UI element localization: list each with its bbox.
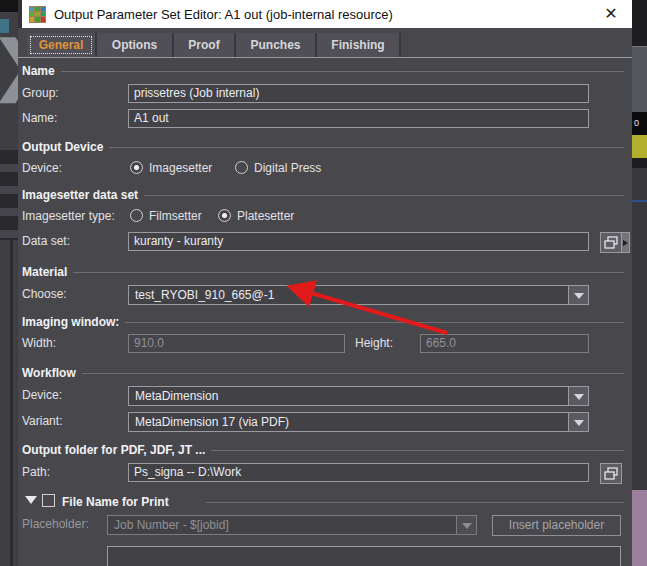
imagesetter-type-label: Imagesetter type: bbox=[22, 209, 115, 223]
section-header-output-folder: Output folder for PDF, JDF, JT ... bbox=[22, 443, 624, 457]
workflow-device-dropdown[interactable]: MetaDimension bbox=[128, 386, 589, 406]
data-set-input[interactable]: kuranty - kuranty bbox=[128, 232, 589, 251]
background-chevron-shape: ❯ bbox=[0, 28, 18, 102]
height-input: 665.0 bbox=[420, 334, 589, 353]
name-label: Name: bbox=[22, 111, 57, 125]
tab-proof[interactable]: Proof bbox=[174, 33, 236, 57]
workflow-variant-label: Variant: bbox=[22, 414, 62, 428]
path-input[interactable]: Ps_signa -- D:\Work bbox=[128, 463, 589, 482]
radio-digital-press[interactable] bbox=[235, 161, 248, 174]
radio-filmsetter-label: Filmsetter bbox=[149, 209, 202, 223]
path-label: Path: bbox=[22, 465, 50, 479]
section-header-material: Material bbox=[22, 265, 624, 279]
section-header-output-device: Output Device bbox=[22, 140, 624, 154]
workflow-variant-dropdown[interactable]: MetaDimension 17 (via PDF) bbox=[128, 412, 589, 432]
placeholder-dropdown: Job Number - $[jobid] bbox=[107, 515, 477, 535]
data-set-browse-button[interactable] bbox=[600, 232, 622, 253]
dialog-titlebar: Output Parameter Set Editor: A1 out (job… bbox=[22, 0, 632, 28]
radio-imagesetter[interactable] bbox=[130, 161, 143, 174]
section-header-imaging-window: Imaging window: bbox=[22, 315, 624, 329]
radio-platesetter[interactable] bbox=[218, 209, 231, 222]
file-name-for-print-header: File Name for Print bbox=[62, 495, 169, 509]
material-choose-dropdown[interactable]: test_RYOBI_910_665@-1 bbox=[128, 285, 589, 305]
radio-platesetter-label: Platesetter bbox=[237, 209, 294, 223]
dialog-title: Output Parameter Set Editor: A1 out (job… bbox=[54, 7, 393, 22]
tab-bar: General Options Proof Punches Finishing bbox=[27, 33, 401, 57]
browse-icon bbox=[604, 467, 618, 480]
tab-punches[interactable]: Punches bbox=[236, 33, 317, 57]
file-name-input[interactable] bbox=[107, 546, 621, 566]
close-icon[interactable]: ✕ bbox=[600, 4, 622, 24]
radio-imagesetter-label: Imagesetter bbox=[149, 161, 212, 175]
data-set-browse-arrow-button[interactable] bbox=[622, 232, 630, 253]
output-parameter-set-editor-dialog: General Options Proof Punches Finishing … bbox=[18, 28, 632, 566]
tab-general[interactable]: General bbox=[27, 33, 97, 57]
height-label: Height: bbox=[355, 336, 393, 350]
file-name-for-print-checkbox[interactable] bbox=[42, 494, 55, 507]
data-set-label: Data set: bbox=[22, 234, 70, 248]
choose-label: Choose: bbox=[22, 287, 67, 301]
width-label: Width: bbox=[22, 336, 56, 350]
workflow-device-label: Device: bbox=[22, 388, 62, 402]
insert-placeholder-button: Insert placeholder bbox=[492, 515, 621, 536]
device-label: Device: bbox=[22, 161, 62, 175]
background-app-right-strip: 0 bbox=[632, 0, 647, 566]
tab-finishing[interactable]: Finishing bbox=[317, 33, 401, 57]
chevron-down-icon[interactable] bbox=[568, 286, 588, 304]
group-label: Group: bbox=[22, 86, 59, 100]
background-app-left-strip: ❯ bbox=[0, 0, 18, 566]
width-input: 910.0 bbox=[128, 334, 345, 353]
placeholder-label: Placeholder: bbox=[22, 517, 89, 531]
chevron-down-icon[interactable] bbox=[568, 413, 588, 431]
expander-icon[interactable] bbox=[25, 496, 37, 510]
chevron-down-icon[interactable] bbox=[568, 387, 588, 405]
section-header-imagesetter-data-set: Imagesetter data set bbox=[22, 188, 624, 202]
app-icon bbox=[29, 6, 46, 23]
group-input[interactable]: prissetres (Job internal) bbox=[128, 84, 589, 103]
path-browse-button[interactable] bbox=[600, 463, 622, 484]
radio-filmsetter[interactable] bbox=[130, 209, 143, 222]
tab-options[interactable]: Options bbox=[97, 33, 174, 57]
background-fragment-text: 0 bbox=[632, 112, 647, 135]
section-header-workflow: Workflow bbox=[22, 366, 624, 380]
chevron-down-icon bbox=[456, 516, 476, 534]
section-header-name: Name bbox=[22, 64, 624, 78]
radio-digital-press-label: Digital Press bbox=[254, 161, 321, 175]
browse-icon bbox=[604, 236, 618, 249]
name-input[interactable]: A1 out bbox=[128, 109, 589, 128]
